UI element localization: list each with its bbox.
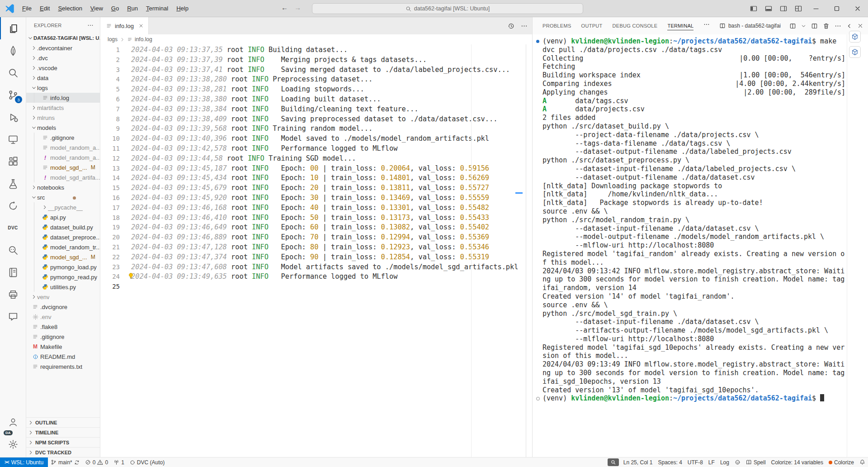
tree-item[interactable]: mlartifacts xyxy=(26,103,100,113)
ports-indicator[interactable]: 1 xyxy=(111,457,127,467)
editor-line[interactable]: 192024-04-03 09:13:46,649 root INFO Epoc… xyxy=(100,223,532,233)
panel-tab-terminal[interactable]: TERMINAL xyxy=(667,21,693,30)
editor-line[interactable]: 62024-04-03 09:13:38,380 root INFO Loadi… xyxy=(100,95,532,105)
dvc-status[interactable]: DVC (Auto) xyxy=(127,457,167,467)
editor-line[interactable]: 82024-04-03 09:13:38,409 root INFO Savin… xyxy=(100,114,532,124)
command-center-search[interactable]: data562-tagifai [WSL: Ubuntu] xyxy=(312,3,583,14)
editor-content[interactable]: 12024-04-03 09:13:37,35 root INFO Buildi… xyxy=(100,44,532,457)
close-window-button[interactable] xyxy=(847,0,868,17)
menu-edit[interactable]: Edit xyxy=(36,3,54,14)
split-terminal-icon[interactable] xyxy=(811,23,818,29)
breadcrumb-file[interactable]: info.log xyxy=(135,36,152,43)
panel-tab-output[interactable]: OUTPUT xyxy=(581,21,603,30)
eol[interactable]: LF xyxy=(706,457,717,467)
menu-go[interactable]: Go xyxy=(107,3,123,14)
tree-item[interactable]: .vscode xyxy=(26,63,100,73)
tree-item[interactable]: .gitignore xyxy=(26,332,100,342)
editor-line[interactable]: 142024-04-03 09:13:45,434 root INFO Epoc… xyxy=(100,173,532,183)
tree-item[interactable]: !model_random_a... xyxy=(26,152,100,162)
feedback-indicator[interactable] xyxy=(732,457,743,467)
encoding[interactable]: UTF-8 xyxy=(685,457,706,467)
tree-item[interactable]: DATA562-TAGIFAI [WSL: U... xyxy=(26,33,100,43)
tree-item[interactable]: api.py xyxy=(26,212,100,222)
tree-item[interactable]: model_sgd_...M xyxy=(26,252,100,262)
tree-item[interactable]: pymongo_read.py xyxy=(26,272,100,282)
editor-line[interactable]: 22024-04-03 09:13:37,39 root INFO Mergin… xyxy=(100,55,532,65)
tree-item[interactable]: requirements.txt xyxy=(26,362,100,372)
panel-tab-debug-console[interactable]: DEBUG CONSOLE xyxy=(613,21,658,30)
back-arrow-icon[interactable]: ← xyxy=(281,4,288,11)
notifications-bell[interactable] xyxy=(857,457,868,467)
notebook-icon[interactable] xyxy=(0,261,26,283)
tree-item[interactable]: .dvc xyxy=(26,53,100,63)
editor-line[interactable]: 92024-04-03 09:13:39,568 root INFO Train… xyxy=(100,124,532,134)
close-panel-icon[interactable] xyxy=(857,23,863,29)
tree-item[interactable]: pymongo_load.py xyxy=(26,262,100,272)
mongodb-leaf-icon[interactable] xyxy=(0,39,26,62)
sidebar-section-npm-scripts[interactable]: NPM SCRIPTS xyxy=(26,437,100,447)
editor-line[interactable]: 242024-04-03 09:13:49,635 root INFO Perf… xyxy=(100,272,532,282)
terminal-instance[interactable]: bash - data562-tagifai xyxy=(719,23,781,29)
tab-info-log[interactable]: info.log xyxy=(100,17,149,34)
minimize-button[interactable] xyxy=(806,0,826,17)
tree-item[interactable]: logs xyxy=(26,83,100,93)
editor-line[interactable]: 222024-04-03 09:13:47,374 root INFO Epoc… xyxy=(100,253,532,262)
remote-explorer-icon[interactable] xyxy=(0,128,26,150)
tree-item[interactable]: dataset_preproce... xyxy=(26,232,100,242)
editor-line[interactable]: 152024-04-03 09:13:45,679 root INFO Epoc… xyxy=(100,183,532,193)
accounts-icon[interactable] xyxy=(0,411,26,433)
menu-terminal[interactable]: Terminal xyxy=(142,3,172,14)
printer-icon[interactable] xyxy=(0,283,26,305)
sidebar-section-timeline[interactable]: TIMELINE xyxy=(26,427,100,437)
tree-item[interactable]: README.md xyxy=(26,352,100,362)
tree-item[interactable]: .devcontainer xyxy=(26,43,100,53)
dvc-experiments-icon[interactable] xyxy=(0,239,26,261)
editor-line[interactable]: 72024-04-03 09:13:38,384 root INFO Build… xyxy=(100,105,532,114)
problems-indicator[interactable]: 0 0 xyxy=(82,457,111,467)
colorize-toggle[interactable]: Colorize xyxy=(826,457,857,467)
menu-selection[interactable]: Selection xyxy=(54,3,86,14)
kill-terminal-icon[interactable] xyxy=(823,23,830,29)
editor-line[interactable]: 112024-04-03 09:13:42,578 root INFO Perf… xyxy=(100,144,532,154)
branch-indicator[interactable]: main* xyxy=(48,457,82,467)
tree-item[interactable]: .gitignore xyxy=(26,133,100,143)
tree-item[interactable]: __pycache__ xyxy=(26,202,100,212)
dvc-icon[interactable]: DVC xyxy=(0,217,26,239)
breadcrumb-folder[interactable]: logs xyxy=(108,36,118,43)
spell-checker[interactable]: Spell xyxy=(743,457,769,467)
sidebar-section-outline[interactable]: OUTLINE xyxy=(26,417,100,427)
panel-tab-problems[interactable]: PROBLEMS xyxy=(542,21,571,30)
toggle-panel-icon[interactable] xyxy=(761,0,776,17)
indentation[interactable]: Spaces: 4 xyxy=(655,457,684,467)
editor-line[interactable]: 162024-04-03 09:13:45,920 root INFO Epoc… xyxy=(100,193,532,203)
editor-line[interactable]: 182024-04-03 09:13:46,410 root INFO Epoc… xyxy=(100,213,532,223)
tree-item[interactable]: notebooks xyxy=(26,182,100,192)
tree-item[interactable]: .flake8 xyxy=(26,322,100,332)
tree-item[interactable]: info.log xyxy=(26,93,100,103)
tree-item[interactable]: model_random_a... xyxy=(26,143,100,152)
editor-line[interactable]: 52024-04-03 09:13:38,281 root INFO Loadi… xyxy=(100,85,532,95)
terminal-output[interactable]: (venv) kvlinden@kvlinden-legion:~/projec… xyxy=(533,34,868,457)
chevron-left-icon[interactable] xyxy=(846,23,852,29)
close-icon[interactable] xyxy=(138,23,144,29)
toggle-secondary-sidebar-icon[interactable] xyxy=(776,0,791,17)
toggle-sidebar-icon[interactable] xyxy=(746,0,761,17)
sidebar-section-dvc-tracked[interactable]: DVC TRACKED xyxy=(26,447,100,457)
tree-item[interactable]: .dvcignore xyxy=(26,302,100,312)
cursor-position[interactable]: Ln 25, Col 1 xyxy=(621,457,656,467)
more-actions-icon[interactable] xyxy=(703,21,710,30)
package-cube-icon[interactable] xyxy=(849,31,861,43)
remote-indicator[interactable]: >< WSL: Ubuntu xyxy=(0,457,48,467)
chevron-down-icon[interactable] xyxy=(801,24,806,29)
terminal-scrollbar[interactable] xyxy=(847,34,847,457)
tree-item[interactable]: model_sgd_...M xyxy=(26,162,100,172)
tree-item[interactable]: models xyxy=(26,123,100,133)
menu-run[interactable]: Run xyxy=(123,3,142,14)
editor-line[interactable]: 25 xyxy=(100,282,532,292)
lightbulb-icon[interactable] xyxy=(127,272,134,279)
menu-file[interactable]: File xyxy=(18,3,36,14)
editor-line[interactable]: 122024-04-03 09:13:44,58 root INFO Train… xyxy=(100,154,532,164)
package-cube-icon[interactable] xyxy=(849,46,861,58)
extensions-icon[interactable] xyxy=(0,150,26,172)
editor-line[interactable]: 32024-04-03 09:13:37,41 root INFO Saving… xyxy=(100,65,532,75)
